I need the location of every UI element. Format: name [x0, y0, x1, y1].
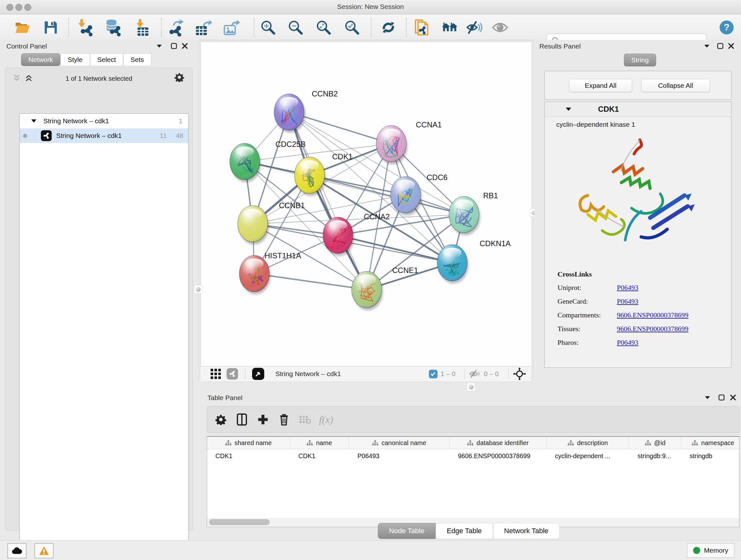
crosslink-link[interactable]: P06493	[617, 338, 638, 347]
edge-CCNB2-CCNE1[interactable]	[289, 112, 367, 290]
zoom-selected-icon[interactable]	[343, 19, 360, 36]
node-CCNB1[interactable]	[238, 206, 269, 245]
node-CDK1[interactable]	[294, 157, 326, 196]
table-tab-edge-table[interactable]: Edge Table	[435, 523, 493, 539]
refresh-icon[interactable]	[380, 19, 397, 36]
crosslink-link[interactable]: P06493	[617, 297, 638, 306]
crosslink-link[interactable]: P06493	[617, 284, 638, 292]
crosslink-link[interactable]: 9606.ENSP00000378699	[617, 325, 688, 333]
selected-checkbox-icon[interactable]	[429, 370, 437, 378]
delete-column-icon[interactable]	[273, 410, 294, 429]
navigator-gear-icon[interactable]	[174, 72, 185, 82]
fit-selected-crosshair-icon[interactable]	[513, 368, 526, 380]
table-tab-node-table[interactable]: Node Table	[378, 523, 435, 539]
table-panel-menu-icon[interactable]	[702, 393, 713, 402]
cloud-status-button[interactable]	[7, 543, 26, 558]
column-header-namespace[interactable]: namespace	[681, 437, 739, 449]
save-session-icon[interactable]	[42, 19, 59, 36]
expand-all-button[interactable]: Expand All	[569, 79, 632, 92]
table-panel-float-icon[interactable]	[716, 393, 727, 402]
function-builder-icon[interactable]: f(x)	[316, 410, 337, 429]
birds-eye-view-icon[interactable]	[250, 364, 266, 383]
grid-view-icon[interactable]	[207, 364, 224, 383]
column-header-label: database identifier	[476, 439, 529, 447]
edge-HIST1H1A-CCNE1[interactable]	[254, 273, 367, 290]
node-CCNA2[interactable]	[323, 217, 354, 256]
table-header-row: shared namenamecanonical namedatabase id…	[207, 437, 739, 449]
hide-panel-icon[interactable]	[466, 19, 483, 36]
zoom-out-icon[interactable]	[287, 19, 304, 36]
node-RB1[interactable]	[449, 196, 480, 235]
bottom-splitter-handle[interactable]	[467, 383, 475, 391]
gene-collapse-icon[interactable]	[566, 107, 571, 111]
add-column-icon[interactable]	[253, 410, 273, 429]
memory-button[interactable]: Memory	[687, 543, 734, 558]
node-CCNE1[interactable]	[352, 271, 383, 310]
column-header-shared-name[interactable]: shared name	[207, 437, 290, 449]
select-columns-icon[interactable]	[231, 410, 253, 429]
control-panel-float-icon[interactable]	[169, 41, 179, 51]
help-icon[interactable]: ?	[718, 19, 735, 36]
node-CCNB2[interactable]	[274, 94, 306, 133]
export-image-icon[interactable]	[222, 19, 240, 36]
control-tab-style[interactable]: Style	[60, 53, 90, 66]
toolbar-separator	[161, 17, 162, 37]
control-tab-select[interactable]: Select	[90, 53, 123, 66]
node-CCNA1[interactable]	[376, 125, 408, 165]
hidden-eye-icon[interactable]	[469, 370, 481, 378]
control-panel-menu-icon[interactable]	[154, 41, 165, 51]
table-panel-close-icon[interactable]	[728, 393, 738, 402]
zoom-fit-icon[interactable]	[315, 19, 332, 36]
crosslinks-title: CrossLinks	[557, 270, 731, 278]
share-document-icon[interactable]	[413, 19, 430, 36]
results-tab-string[interactable]: String	[624, 54, 656, 66]
control-tab-sets[interactable]: Sets	[123, 53, 151, 66]
column-header-at-id[interactable]: @id	[629, 437, 681, 449]
column-header-description[interactable]: description	[547, 437, 629, 449]
results-panel-close-icon[interactable]	[726, 41, 737, 51]
network-canvas[interactable]: CCNB2CCNA1CDC25BCDK1CDC6RB1CCNB1CCNA2CDK…	[200, 42, 532, 367]
left-splitter-handle[interactable]	[194, 285, 202, 294]
open-session-icon[interactable]	[14, 19, 31, 36]
import-network-from-database-icon[interactable]	[105, 19, 122, 36]
collapse-all-button[interactable]: Collapse All	[641, 79, 710, 92]
results-panel-menu-icon[interactable]	[701, 41, 712, 51]
import-network-icon[interactable]	[78, 19, 95, 36]
network-graph[interactable]: CCNB2CCNA1CDC25BCDK1CDC6RB1CCNB1CCNA2CDK…	[200, 42, 532, 367]
export-network-icon[interactable]	[167, 19, 185, 36]
table-row[interactable]: CDK1CDK1P064939606.ENSP00000378699cyclin…	[207, 449, 739, 462]
home-network-icon[interactable]	[441, 19, 459, 36]
left-splitter[interactable]	[198, 42, 201, 381]
column-type-icon	[372, 440, 378, 446]
control-tab-network[interactable]: Network	[21, 53, 60, 66]
node-HIST1H1A[interactable]	[239, 255, 271, 294]
column-header-name[interactable]: name	[290, 437, 349, 449]
control-panel: Control Panel NetworkStyleSelectSets 1 o…	[0, 40, 198, 540]
scrollbar-thumb[interactable]	[209, 519, 270, 525]
network-tree-child-row[interactable]: String Network – cdk1 11 48	[20, 128, 188, 143]
crosslink-label: Uniprot:	[557, 284, 617, 292]
table-gear-icon[interactable]	[210, 410, 231, 429]
network-tree-root-row[interactable]: String Network – cdk1 1	[20, 114, 188, 128]
export-table-icon[interactable]	[195, 19, 212, 36]
column-header-database-identifier[interactable]: database identifier	[450, 437, 547, 449]
import-table-icon[interactable]	[134, 19, 151, 36]
delete-table-icon[interactable]	[294, 410, 316, 429]
gene-description: cyclin–dependent kinase 1	[545, 117, 731, 128]
table-tab-network-table[interactable]: Network Table	[493, 523, 560, 539]
gene-section-header[interactable]: CDK1	[545, 102, 731, 117]
warning-status-button[interactable]	[35, 543, 54, 558]
edge-CCNA2-CDKN1A[interactable]	[338, 235, 452, 263]
results-panel-float-icon[interactable]	[715, 41, 726, 51]
tree-expand-icon[interactable]	[31, 119, 37, 123]
node-CDKN1A[interactable]	[437, 245, 468, 284]
crosslink-link[interactable]: 9606.ENSP00000378699	[617, 311, 688, 319]
column-header-canonical-name[interactable]: canonical name	[349, 437, 450, 449]
network-share-icon[interactable]	[224, 364, 241, 383]
show-panel-icon[interactable]	[491, 19, 509, 36]
toolbar-divider	[464, 368, 465, 379]
node-CDC6[interactable]	[391, 177, 422, 215]
zoom-in-icon[interactable]	[259, 19, 277, 36]
control-panel-close-icon[interactable]	[179, 41, 190, 51]
table-cell: CDK1	[207, 449, 290, 462]
